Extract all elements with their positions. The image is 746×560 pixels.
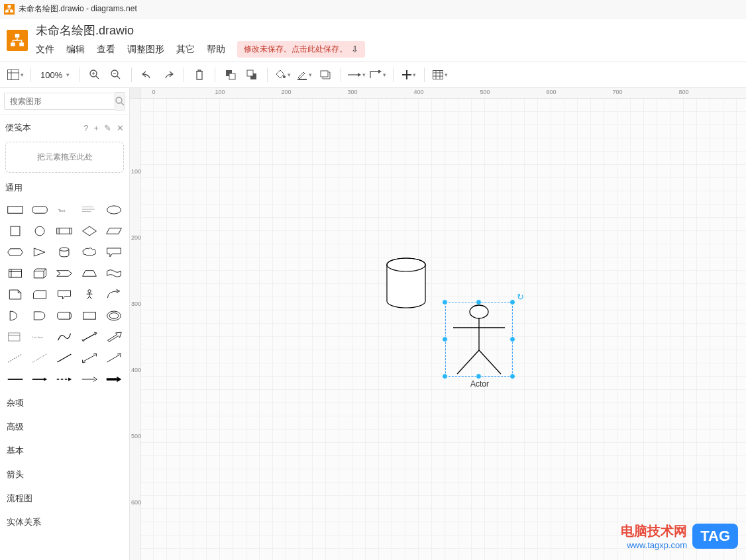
- shape-rounded-rect[interactable]: [28, 201, 50, 219]
- actor-label[interactable]: Actor: [470, 379, 489, 389]
- shape-text[interactable]: Text: [54, 201, 76, 219]
- connection-button[interactable]: ▾: [346, 65, 366, 85]
- shape-callout2[interactable]: [54, 285, 76, 304]
- shape-double-ellipse[interactable]: [103, 306, 125, 325]
- shape-link-dash[interactable]: [54, 370, 76, 389]
- shape-note[interactable]: [4, 285, 26, 304]
- delete-button[interactable]: [189, 65, 209, 85]
- shape-list[interactable]: [4, 328, 26, 346]
- ruler-tick: 500: [480, 89, 490, 95]
- category-flowchart[interactable]: 流程图: [0, 487, 129, 510]
- unsaved-banner[interactable]: 修改未保存。点击此处保存。 ⇩: [237, 41, 365, 58]
- search-button[interactable]: [115, 92, 125, 111]
- scratchpad-help-icon[interactable]: ?: [83, 123, 88, 133]
- line-color-button[interactable]: ▾: [294, 65, 314, 85]
- to-front-button[interactable]: [221, 65, 240, 85]
- shape-bidir-arrow[interactable]: [78, 328, 100, 346]
- svg-line-65: [107, 355, 120, 362]
- shape-arrow-thick[interactable]: [103, 328, 125, 346]
- shape-trapezoid[interactable]: [78, 264, 100, 283]
- scratchpad-add-icon[interactable]: +: [93, 123, 99, 133]
- menu-file[interactable]: 文件: [36, 44, 54, 56]
- cylinder-shape[interactable]: [386, 257, 427, 311]
- app-icon: [4, 4, 15, 15]
- zoom-out-button[interactable]: [106, 65, 126, 85]
- category-misc[interactable]: 杂项: [0, 391, 129, 415]
- shape-rect2[interactable]: [78, 306, 100, 325]
- category-general[interactable]: 通用: [0, 177, 129, 198]
- menu-help[interactable]: 帮助: [207, 44, 225, 56]
- waypoints-button[interactable]: ▾: [368, 65, 388, 85]
- shape-cube[interactable]: [28, 264, 50, 283]
- ruler-tick: 300: [347, 89, 357, 95]
- shape-square[interactable]: [4, 222, 26, 240]
- svg-rect-54: [83, 312, 95, 319]
- category-arrows[interactable]: 箭头: [0, 463, 129, 487]
- category-advanced[interactable]: 高级: [0, 415, 129, 439]
- scratchpad-edit-icon[interactable]: ✎: [104, 123, 111, 133]
- redo-button[interactable]: [158, 65, 178, 85]
- zoom-dropdown[interactable]: 100%▾: [36, 70, 74, 80]
- category-basic[interactable]: 基本: [0, 439, 129, 463]
- shape-line[interactable]: [54, 349, 76, 367]
- shape-rect[interactable]: [4, 201, 26, 219]
- category-er[interactable]: 实体关系: [0, 510, 129, 534]
- document-title[interactable]: 未命名绘图.drawio: [36, 23, 365, 38]
- search-input[interactable]: [4, 93, 115, 110]
- shape-circle[interactable]: [28, 222, 50, 240]
- shape-cylinder[interactable]: [54, 243, 76, 261]
- shape-link-open[interactable]: [78, 370, 100, 389]
- menu-edit[interactable]: 编辑: [66, 44, 85, 56]
- scratchpad-dropzone[interactable]: 把元素拖至此处: [5, 142, 124, 173]
- shape-cloud[interactable]: [78, 243, 100, 261]
- to-back-button[interactable]: [242, 65, 262, 85]
- shape-ellipse[interactable]: [103, 201, 125, 219]
- shape-curve-arrow[interactable]: [103, 285, 125, 304]
- scratchpad-close-icon[interactable]: ✕: [117, 123, 124, 133]
- svg-rect-5: [19, 42, 24, 46]
- fill-color-button[interactable]: ▾: [273, 65, 293, 85]
- shape-actor[interactable]: [78, 285, 100, 304]
- shape-tape[interactable]: [103, 264, 125, 283]
- undo-button[interactable]: [137, 65, 157, 85]
- shape-curve[interactable]: [54, 328, 76, 346]
- shape-list-item[interactable]: List Item: [28, 328, 50, 346]
- search-row: [0, 88, 129, 115]
- shape-or[interactable]: [4, 306, 26, 325]
- shape-link-arrow[interactable]: [28, 370, 50, 389]
- horizontal-ruler[interactable]: 0 100 200 300 400 500 600 700 800: [140, 88, 746, 99]
- shape-diamond[interactable]: [78, 222, 100, 240]
- vertical-ruler[interactable]: 100 200 300 400 500 600: [130, 99, 140, 560]
- scratchpad-header[interactable]: 便笺本 ? + ✎ ✕: [0, 115, 129, 138]
- shape-callout[interactable]: [103, 243, 125, 261]
- canvas[interactable]: ↻ Actor: [140, 99, 746, 560]
- shape-dir-arrow-thin[interactable]: [103, 349, 125, 367]
- shape-bidir-thin[interactable]: [78, 349, 100, 367]
- view-mode-button[interactable]: ▾: [5, 65, 25, 85]
- rotate-handle[interactable]: ↻: [515, 292, 525, 301]
- shape-parallelogram[interactable]: [103, 222, 125, 240]
- shadow-button[interactable]: [315, 65, 335, 85]
- app-logo[interactable]: [7, 30, 28, 51]
- shape-link-thick[interactable]: [103, 370, 125, 389]
- shape-textbox[interactable]: [78, 201, 100, 219]
- shape-internal-storage[interactable]: [4, 264, 26, 283]
- shape-dotted-line[interactable]: [28, 349, 50, 367]
- shape-data-store[interactable]: [54, 306, 76, 325]
- shape-hexagon[interactable]: [4, 243, 26, 261]
- shape-process[interactable]: [54, 222, 76, 240]
- shape-step[interactable]: [54, 264, 76, 283]
- menu-extras[interactable]: 其它: [176, 44, 195, 56]
- sidebar: 便笺本 ? + ✎ ✕ 把元素拖至此处 通用 Text: [0, 88, 130, 560]
- shape-card[interactable]: [28, 285, 50, 304]
- shape-link-solid[interactable]: [4, 370, 26, 389]
- insert-button[interactable]: ▾: [399, 65, 419, 85]
- shape-triangle[interactable]: [28, 243, 50, 261]
- zoom-in-button[interactable]: [85, 65, 105, 85]
- menu-arrange[interactable]: 调整图形: [127, 44, 164, 56]
- shape-and[interactable]: [28, 306, 50, 325]
- menu-view[interactable]: 查看: [97, 44, 115, 56]
- svg-rect-21: [297, 79, 307, 80]
- table-button[interactable]: ▾: [430, 65, 450, 85]
- shape-dashed-line[interactable]: [4, 349, 26, 367]
